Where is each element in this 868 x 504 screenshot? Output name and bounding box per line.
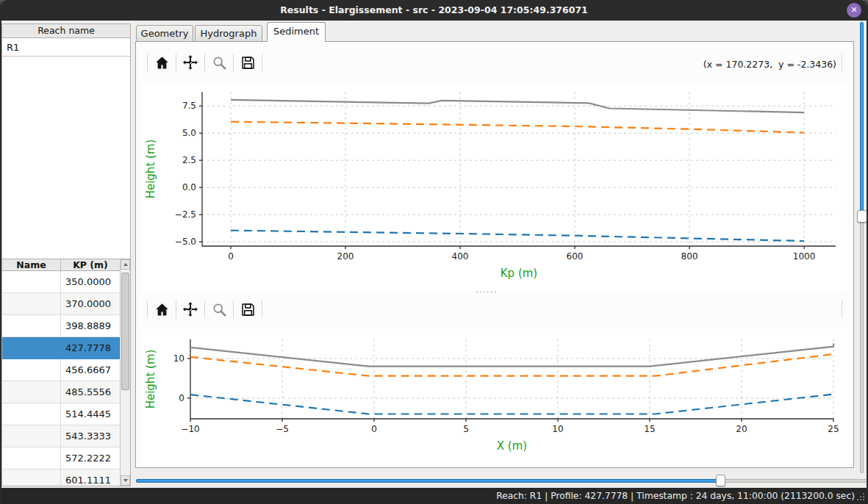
- home-icon: [154, 302, 170, 317]
- y-tick-label: 0: [179, 393, 184, 403]
- cursor-coordinates-readout: (x = 170.2273, y = -2.3436): [589, 53, 836, 76]
- arrow-down-icon: [123, 479, 128, 482]
- table-row[interactable]: 398.8889: [2, 315, 120, 337]
- figure2-toolbar: [141, 298, 262, 321]
- zoom-button[interactable]: [205, 51, 233, 73]
- cell-name: [2, 293, 61, 315]
- slider-thumb[interactable]: [716, 475, 725, 486]
- table-row[interactable]: 427.7778: [2, 337, 120, 359]
- cell-kp: 601.1111: [61, 469, 120, 486]
- toolbar-separator: [842, 54, 842, 71]
- x-tick-label: −5: [276, 424, 289, 434]
- cell-name: [2, 271, 61, 293]
- cell-kp: 370.0000: [61, 293, 120, 315]
- cell-name: [2, 337, 61, 359]
- vertical-slider[interactable]: [856, 22, 868, 473]
- y-tick-label: 2.5: [182, 155, 196, 165]
- cell-name: [2, 315, 61, 337]
- table-row[interactable]: 543.3333: [2, 425, 120, 447]
- reach-list[interactable]: R1: [1, 38, 131, 268]
- status-text: Reach: R1 | Profile: 427.7778 | Timestam…: [0, 488, 868, 504]
- table-row[interactable]: 370.0000: [2, 293, 120, 315]
- scroll-up-button[interactable]: [121, 259, 130, 270]
- cell-kp: 543.3333: [61, 425, 120, 447]
- close-icon: ✕: [850, 5, 857, 15]
- cross-section-chart: −10−50510152025010X (m)Height (m): [141, 329, 847, 466]
- y-axis-label: Height (m): [144, 350, 157, 409]
- cross-section-figure[interactable]: −10−50510152025010X (m)Height (m): [141, 329, 847, 466]
- window-title: Results - Elargissement - src - 2023-09-…: [0, 0, 868, 21]
- save-icon: [240, 55, 256, 71]
- resize-grip-icon[interactable]: [863, 493, 864, 494]
- cell-kp: 485.5556: [61, 381, 120, 403]
- x-tick-label: 0: [228, 251, 234, 262]
- slider-track-filled[interactable]: [136, 479, 721, 483]
- x-tick-label: 600: [567, 251, 584, 262]
- y-tick-label: 0.0: [182, 182, 196, 192]
- toolbar-separator: [842, 300, 842, 318]
- cell-kp: 350.0000: [61, 271, 120, 293]
- longitudinal-profile-chart: 020040060080010007.55.02.50.0−2.5−5.0Kp …: [141, 82, 847, 291]
- cell-name: [2, 469, 61, 486]
- scrollbar-thumb[interactable]: [121, 273, 129, 390]
- pan-icon: [182, 54, 198, 71]
- zoom-button[interactable]: [205, 298, 233, 320]
- series-blue-dashed-line: [190, 395, 833, 414]
- home-button[interactable]: [148, 51, 176, 73]
- x-tick-label: 1000: [793, 251, 816, 262]
- vertical-slider-thumb[interactable]: [857, 210, 867, 223]
- close-button[interactable]: ✕: [847, 3, 861, 18]
- x-tick-label: 20: [736, 424, 747, 434]
- scroll-down-button[interactable]: [121, 475, 130, 486]
- tab-hydrograph[interactable]: Hydrograph: [195, 25, 262, 42]
- sidebar: Reach name R1 ······ Name KP (m) 350.000…: [1, 22, 131, 486]
- statusbar: Reach: R1 | Profile: 427.7778 | Timestam…: [0, 488, 868, 504]
- save-button[interactable]: [234, 51, 262, 73]
- table-row[interactable]: 514.4445: [2, 403, 120, 425]
- cell-name: [2, 447, 61, 469]
- profiles-table: Name KP (m) 350.0000370.0000398.8889427.…: [1, 259, 131, 486]
- home-button[interactable]: [148, 298, 176, 320]
- y-axis-label: Height (m): [144, 140, 157, 199]
- timestamp-slider[interactable]: [136, 474, 867, 487]
- toolbar-separator: [262, 54, 262, 71]
- cell-kp: 456.6667: [61, 359, 120, 381]
- save-icon: [240, 302, 256, 317]
- longitudinal-profile-figure[interactable]: 020040060080010007.55.02.50.0−2.5−5.0Kp …: [141, 82, 847, 291]
- x-tick-label: 0: [371, 424, 377, 434]
- pan-icon: [182, 301, 198, 317]
- pan-button[interactable]: [176, 51, 204, 73]
- titlebar: Results - Elargissement - src - 2023-09-…: [0, 0, 868, 21]
- arrow-up-icon: [123, 263, 128, 266]
- save-button[interactable]: [234, 298, 262, 320]
- x-tick-label: 10: [552, 424, 563, 434]
- x-tick-label: −10: [181, 424, 199, 434]
- column-header-kp: KP (m): [61, 259, 120, 270]
- magnifier-icon: [212, 55, 227, 71]
- table-row[interactable]: 350.0000: [2, 271, 120, 293]
- vertical-slider-track-filled[interactable]: [860, 22, 864, 216]
- figure1-toolbar: [141, 51, 262, 74]
- tab-geometry[interactable]: Geometry: [136, 25, 193, 42]
- cell-name: [2, 381, 61, 403]
- table-row[interactable]: 572.2222: [2, 447, 120, 469]
- x-tick-label: 400: [452, 251, 469, 262]
- pan-button[interactable]: [176, 298, 204, 320]
- magnifier-icon: [212, 302, 227, 317]
- cell-name: [2, 425, 61, 447]
- table-row[interactable]: 485.5556: [2, 381, 120, 403]
- profiles-table-body: 350.0000370.0000398.8889427.7778456.6667…: [2, 271, 120, 486]
- toolbar-separator: [262, 300, 262, 318]
- table-scrollbar[interactable]: [120, 259, 130, 486]
- figures-splitter-handle[interactable]: ······: [450, 289, 523, 295]
- reach-list-item[interactable]: R1: [2, 38, 130, 57]
- series-blue-dashed-line: [231, 231, 804, 241]
- cell-kp: 398.8889: [61, 315, 120, 337]
- table-row[interactable]: 601.1111: [2, 469, 120, 486]
- x-tick-label: 800: [681, 251, 698, 262]
- cell-name: [2, 359, 61, 381]
- tab-sediment[interactable]: Sediment: [267, 22, 326, 42]
- y-tick-label: −5.0: [175, 237, 196, 247]
- y-tick-label: −2.5: [175, 209, 196, 220]
- table-row[interactable]: 456.6667: [2, 359, 120, 381]
